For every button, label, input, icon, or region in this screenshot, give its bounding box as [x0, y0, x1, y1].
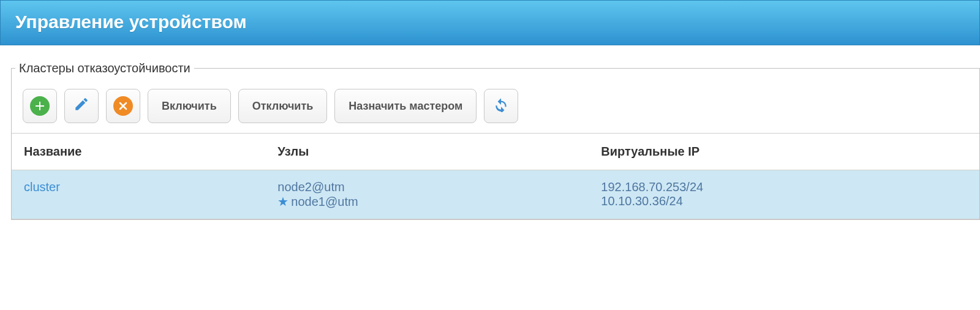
add-button[interactable] — [23, 89, 57, 123]
node-label: node1@utm — [291, 195, 358, 208]
assign-master-button[interactable]: Назначить мастером — [334, 89, 477, 123]
cluster-name[interactable]: cluster — [12, 170, 265, 219]
delete-button[interactable] — [106, 89, 140, 123]
col-nodes[interactable]: Узлы — [265, 134, 589, 170]
page-title: Управление устройством — [0, 0, 980, 45]
x-icon — [113, 96, 133, 116]
cluster-nodes: node2@utm ★node1@utm — [265, 170, 589, 219]
col-vips[interactable]: Виртуальные IP — [589, 134, 979, 170]
failover-clusters-fieldset: Кластеры отказоустойчивости Включить Отк… — [11, 61, 980, 220]
pencil-icon — [74, 96, 89, 116]
enable-button[interactable]: Включить — [148, 89, 231, 123]
refresh-icon — [493, 96, 509, 116]
refresh-button[interactable] — [484, 89, 518, 123]
vip-entry: 10.10.30.36/24 — [601, 194, 967, 208]
node-entry: node2@utm — [277, 180, 576, 194]
clusters-table: Название Узлы Виртуальные IP cluster nod… — [12, 133, 979, 219]
table-row[interactable]: cluster node2@utm ★node1@utm 192.168.70.… — [12, 170, 979, 219]
node-entry-master: ★node1@utm — [277, 194, 576, 209]
col-name[interactable]: Название — [12, 134, 265, 170]
disable-button[interactable]: Отключить — [238, 89, 328, 123]
vip-entry: 192.168.70.253/24 — [601, 180, 967, 194]
plus-icon — [30, 96, 50, 116]
edit-button[interactable] — [64, 89, 99, 123]
cluster-vips: 192.168.70.253/24 10.10.30.36/24 — [589, 170, 979, 219]
star-icon: ★ — [277, 195, 288, 208]
toolbar: Включить Отключить Назначить мастером — [12, 86, 979, 133]
fieldset-legend: Кластеры отказоустойчивости — [15, 61, 194, 75]
